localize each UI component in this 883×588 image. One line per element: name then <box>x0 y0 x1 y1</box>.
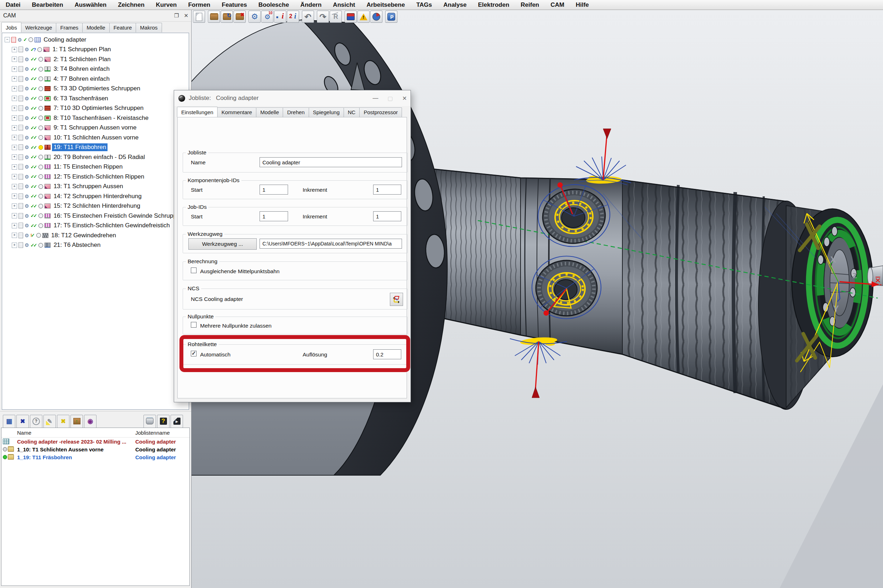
tree-item[interactable]: +⚙✓✓13: T1 Schruppen Aussen <box>2 182 189 192</box>
menu-item-kurven[interactable]: Kurven <box>150 0 183 10</box>
expand-icon[interactable]: + <box>12 194 17 199</box>
jobids-inkrement-input[interactable]: 1 <box>373 211 401 221</box>
gear-button[interactable] <box>248 10 261 23</box>
tab-feature[interactable]: Feature <box>109 23 136 32</box>
visibility-bulb-icon[interactable] <box>38 243 43 248</box>
menu-item-cam[interactable]: CAM <box>545 0 570 10</box>
name-input[interactable]: Cooling adapter <box>260 157 402 167</box>
menu-item-bearbeiten[interactable]: Bearbeiten <box>26 0 69 10</box>
dialog-tab-kommentare[interactable]: Kommentare <box>217 107 256 117</box>
eye-button[interactable]: ◉ <box>84 415 96 428</box>
table-row[interactable]: 1_10: T1 Schlichten Aussen vorneCooling … <box>2 446 190 453</box>
tree-item[interactable]: +⚙✓✓10: T1 Schlichten Aussen vorne <box>2 133 189 142</box>
menu-item-analyse[interactable]: Analyse <box>438 0 472 10</box>
visibility-bulb-icon[interactable] <box>38 96 43 100</box>
visibility-bulb-icon[interactable] <box>38 155 43 159</box>
tree-item[interactable]: +⚙✓✓9: T1 Schruppen Aussen vorne <box>2 123 189 133</box>
redo-button[interactable] <box>317 10 329 23</box>
maximize-icon[interactable]: ▢ <box>387 95 393 102</box>
tab-frames[interactable]: Frames <box>56 23 83 32</box>
menu-item-auswählen[interactable]: Auswählen <box>69 0 112 10</box>
dialog-titlebar[interactable]: Jobliste: Cooling adapter — ▢ ✕ <box>174 90 411 106</box>
menu-item-ändern[interactable]: Ändern <box>295 0 328 10</box>
visibility-bulb-icon[interactable] <box>38 106 43 111</box>
tab-werkzeuge[interactable]: Werkzeuge <box>21 23 57 32</box>
tab-jobs[interactable]: Jobs <box>2 22 21 32</box>
visibility-bulb-icon[interactable] <box>38 174 43 179</box>
open-folder-button[interactable] <box>208 10 220 23</box>
menu-item-elektroden[interactable]: Elektroden <box>472 0 515 10</box>
expand-icon[interactable]: + <box>12 243 17 248</box>
tree-item[interactable]: +⚙✓✓15: T2 Schlichten Hinterdrehung <box>2 201 189 211</box>
dialog-tab-spiegelung[interactable]: Spiegelung <box>309 107 344 117</box>
tree-item[interactable]: +⚙✓?1: T1 Schruppen Plan <box>2 45 189 55</box>
komponentenjob-start-input[interactable]: 1 <box>260 184 288 195</box>
expand-icon[interactable]: + <box>12 184 17 189</box>
visibility-bulb-icon[interactable] <box>38 87 43 91</box>
edit-button[interactable]: ✎ <box>44 415 56 428</box>
expand-icon[interactable]: + <box>12 164 17 170</box>
visibility-bulb-icon[interactable] <box>38 145 43 150</box>
menu-item-ansicht[interactable]: Ansicht <box>327 0 361 10</box>
stock-box-button[interactable] <box>344 10 357 23</box>
visibility-bulb-icon[interactable] <box>38 126 43 130</box>
float-panel-icon[interactable]: ❐ <box>174 12 179 19</box>
new-file-button[interactable] <box>193 10 205 23</box>
tree-item[interactable]: +⚙✓✓21: T6 Abstechen <box>2 240 189 250</box>
import-folder-button[interactable] <box>221 10 233 23</box>
expand-icon[interactable]: + <box>12 106 17 111</box>
visibility-bulb-icon[interactable] <box>38 213 43 218</box>
menu-item-boolesche[interactable]: Boolesche <box>253 0 295 10</box>
tree-item[interactable]: +⚙✓✓5: T3 3D Optimiertes Schruppen <box>2 84 189 94</box>
expand-icon[interactable]: + <box>12 204 17 209</box>
frames-button[interactable]: ▦ <box>3 415 15 428</box>
expand-icon[interactable]: + <box>12 47 17 52</box>
tree-item[interactable]: +⚙✓✓8: T10 Taschenfräsen - Kreistasche <box>2 113 189 123</box>
tree-item[interactable]: +⚙✓✓6: T3 Taschenfräsen <box>2 93 189 104</box>
close-icon[interactable]: ✕ <box>402 95 407 102</box>
visibility-bulb-icon[interactable] <box>38 194 43 198</box>
expand-icon[interactable]: + <box>12 223 17 228</box>
tree-item[interactable]: +⚙✓✓3: T4 Bohren einfach <box>2 64 189 74</box>
menu-item-arbeitsebene[interactable]: Arbeitsebene <box>361 0 411 10</box>
automatisch-checkbox[interactable] <box>191 351 197 356</box>
comment-button[interactable]: ? <box>30 415 42 428</box>
menu-item-reifen[interactable]: Reifen <box>515 0 545 10</box>
tree-item[interactable]: +⚙!✓18: T12 Gewindedrehen <box>2 231 189 240</box>
table-row[interactable]: Cooling adapter -release 2023- 02 Millin… <box>2 438 190 446</box>
reference-button[interactable] <box>330 10 342 23</box>
tree-root-item[interactable]: −⚙✓Cooling adapter <box>2 35 189 45</box>
query-button[interactable]: ? <box>157 415 170 428</box>
visibility-bulb-icon[interactable] <box>38 224 43 228</box>
expand-icon[interactable]: + <box>12 86 17 92</box>
expand-icon[interactable]: + <box>12 115 17 121</box>
visibility-bulb-icon[interactable] <box>36 233 41 238</box>
ncs-select-button[interactable] <box>390 293 403 306</box>
visibility-bulb-icon[interactable] <box>38 135 43 140</box>
tab-modelle[interactable]: Modelle <box>82 23 110 32</box>
info-2-button[interactable] <box>287 10 299 23</box>
werkzeugweg-path-input[interactable]: C:\Users\MFOERS~1\AppData\Local\Temp\OPE… <box>260 238 402 249</box>
delete-folder-button[interactable] <box>233 10 246 23</box>
expand-icon[interactable]: + <box>12 174 17 179</box>
expand-icon[interactable]: + <box>12 213 17 218</box>
close-panel-icon[interactable]: ✕ <box>184 12 188 19</box>
expand-icon[interactable]: + <box>12 232 17 238</box>
collapse-icon[interactable]: − <box>5 37 10 42</box>
komponentenjob-inkrement-input[interactable]: 1 <box>373 184 401 195</box>
tree-item[interactable]: +⚙✓✓16: T5 Einstechen Freistich Gewinde … <box>2 211 189 221</box>
tree-item[interactable]: +⚙✓✓4: T7 Bohren einfach <box>2 74 189 84</box>
visibility-bulb-icon[interactable] <box>38 47 42 52</box>
visibility-bulb-icon[interactable] <box>38 116 43 120</box>
expand-icon[interactable]: + <box>12 57 17 62</box>
menu-item-formen[interactable]: Formen <box>182 0 216 10</box>
mill-button[interactable] <box>143 415 156 428</box>
dialog-tab-drehen[interactable]: Drehen <box>283 107 309 117</box>
tree-item[interactable]: +⚙✓✓12: T5 Einstich-Schlichten Rippen <box>2 172 189 182</box>
menu-item-hilfe[interactable]: Hilfe <box>570 0 594 10</box>
gear-10-button[interactable] <box>261 10 274 23</box>
tree-item[interactable]: +⚙✓✓2: T1 Schlichten Plan <box>2 54 189 64</box>
tree-item[interactable]: +⚙✓✓7: T10 3D Optimiertes Schruppen <box>2 104 189 114</box>
werkzeugweg-button[interactable]: Werkzeugweg ... <box>188 238 257 250</box>
visibility-bulb-icon[interactable] <box>38 165 43 170</box>
